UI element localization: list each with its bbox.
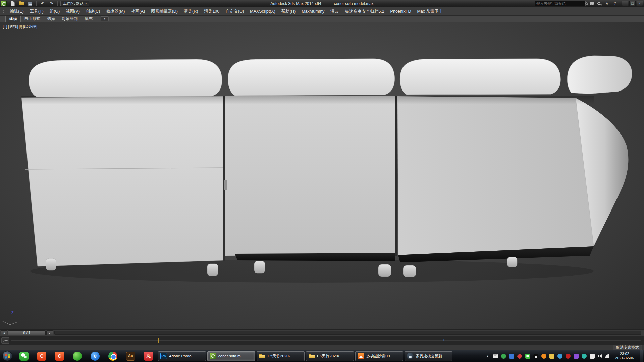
search-input[interactable] [535, 1, 585, 5]
menu-rendering[interactable]: 渲染(R) [181, 7, 201, 15]
tab-modeling[interactable]: 建模 [5, 16, 21, 22]
taskbar-button-explorer-1[interactable]: E:\天竹2020\... [257, 351, 305, 361]
viewport-canvas[interactable]: Z [0, 22, 644, 330]
volume-icon[interactable] [599, 354, 602, 358]
app-c2-taskbar-icon[interactable]: C [55, 352, 64, 361]
title-bar: ↶ ↷ 工作区: 默认 ▾ Autodesk 3ds Max 2014 x64 … [0, 0, 644, 7]
time-slider-handle[interactable]: 0 / 1 [8, 330, 46, 335]
chrome-taskbar-icon[interactable] [108, 352, 117, 361]
menu-create[interactable]: 创建(C) [83, 7, 103, 15]
menu-tools[interactable]: 工具(T) [27, 7, 47, 15]
next-frame-button[interactable]: ► [46, 330, 53, 335]
max-app-button-icon[interactable] [1, 1, 7, 6]
clock-time: 23:02 [615, 352, 634, 356]
diamond-red-tray-icon[interactable] [517, 353, 523, 359]
cloud-tray-icon[interactable] [557, 354, 562, 359]
taskbar-button-explorer-2[interactable]: E:\天竹2020\... [306, 351, 354, 361]
audition-taskbar-icon[interactable]: Au [126, 352, 135, 361]
menu-antivirus[interactable]: Max 杀毒卫士 [414, 7, 446, 15]
workspace-selector[interactable]: 工作区: 默认 ▾ [60, 1, 89, 6]
sign-in-button[interactable] [596, 1, 602, 6]
qq-tray-icon[interactable] [533, 354, 538, 359]
minimize-icon: – [624, 1, 626, 5]
undo-button[interactable]: ↶ [39, 1, 46, 7]
teal-tray-icon[interactable] [582, 354, 587, 359]
search-go-button[interactable] [588, 1, 594, 6]
save-file-button[interactable] [27, 1, 34, 7]
e-glyph: e [94, 353, 97, 359]
document-title: coner sofa model.max [334, 1, 374, 6]
tab-freeform[interactable]: 自由形式 [21, 16, 44, 22]
wechat-tray-icon[interactable] [525, 354, 530, 359]
perspective-viewport[interactable]: Z [+] [透视] [明暗处理] [0, 22, 644, 329]
menu-rendercloud[interactable]: 渲云 [327, 7, 342, 15]
menu-edit[interactable]: 编辑(E) [7, 7, 27, 15]
blue-browser-taskbar-icon[interactable]: e [91, 352, 100, 361]
favorites-button[interactable]: ★ [604, 1, 610, 6]
app-c1-taskbar-icon[interactable]: C [37, 352, 46, 361]
viewport-pov-menu[interactable]: [透视] [8, 24, 18, 30]
search-icon[interactable] [585, 2, 588, 5]
menu-phoenixfd[interactable]: PhoenixFD [387, 7, 414, 15]
track-bar[interactable]: 1 [0, 336, 644, 345]
new-file-icon [11, 1, 15, 6]
tab-populate[interactable]: 填充 [81, 16, 96, 22]
red-tray-icon[interactable] [566, 354, 571, 359]
show-hidden-icons-button[interactable]: ▲ [485, 355, 490, 358]
purple-tray-icon[interactable] [574, 354, 579, 359]
menu-group[interactable]: 组(G) [47, 7, 63, 15]
taskbar-button-photoshop[interactable]: Ps Adobe Photo... [158, 351, 206, 361]
network-icon[interactable] [605, 354, 609, 358]
orange-tray-icon[interactable] [541, 354, 546, 359]
open-file-button[interactable] [18, 1, 25, 7]
maximize-button[interactable]: □ [629, 1, 636, 6]
close-button[interactable]: × [637, 1, 643, 6]
mail-tray-icon[interactable] [493, 354, 498, 358]
sofa-model[interactable] [21, 56, 632, 283]
menu-render100[interactable]: 渲染100 [201, 7, 222, 15]
shield-yellow-tray-icon[interactable] [549, 354, 554, 359]
mini-curve-editor-button[interactable] [1, 337, 9, 344]
axis-z-label: Z [11, 311, 14, 315]
redo-button[interactable]: ↷ [48, 1, 55, 7]
world-axis-tripod: Z [3, 311, 17, 325]
time-slider-groove[interactable] [54, 331, 641, 335]
green-browser-taskbar-icon[interactable] [73, 352, 82, 361]
tab-object-paint[interactable]: 对象绘制 [58, 16, 81, 22]
menu-help[interactable]: 帮助(H) [278, 7, 299, 15]
menu-animation[interactable]: 动画(A) [128, 7, 148, 15]
taskbar-button-image-viewer[interactable]: 多功能沙发09 ... [355, 351, 403, 361]
status-bar: 取消专家模式 [0, 345, 644, 350]
taskbar-button-3dsmax[interactable]: coner sofa m... [207, 351, 255, 361]
security-green-tray-icon[interactable] [501, 354, 506, 359]
menu-slim-archive[interactable]: 极速瘦身安全归档5.2 [342, 7, 387, 15]
menu-modifiers[interactable]: 修改器(M) [103, 7, 128, 15]
menu-customize[interactable]: 自定义(U) [222, 7, 247, 15]
wan-app-taskbar-icon[interactable]: 丸 [144, 352, 153, 361]
help-button[interactable]: ? [612, 1, 618, 6]
cancel-expert-mode-button[interactable]: 取消专家模式 [613, 345, 642, 350]
menu-graph-editors[interactable]: 图形编辑器(D) [148, 7, 181, 15]
taskbar-clock[interactable]: 23:02 2021-02-06 [612, 352, 637, 360]
viewport-shading-menu[interactable]: [明暗处理] [19, 24, 37, 30]
menu-maxscript[interactable]: MAXScript(X) [247, 7, 278, 15]
current-frame-marker[interactable] [158, 338, 159, 343]
tab-selection[interactable]: 选择 [44, 16, 58, 22]
ribbon-collapse-button[interactable]: ▾ [101, 16, 109, 21]
minimize-button[interactable]: – [622, 1, 628, 6]
show-desktop-button[interactable] [640, 350, 643, 362]
undo-icon: ↶ [41, 1, 45, 6]
3dsmax-icon [210, 353, 216, 359]
taskbar-button-qq-group[interactable]: 家具建模交流群 [405, 351, 452, 361]
previous-frame-button[interactable]: ◄ [1, 330, 7, 335]
wechat-taskbar-icon[interactable] [19, 352, 29, 361]
chevron-down-icon: ▾ [104, 17, 105, 20]
viewport-general-menu[interactable]: [+] [3, 24, 7, 30]
netdisk-tray-icon[interactable] [509, 354, 514, 359]
menu-views[interactable]: 视图(V) [63, 7, 83, 15]
menu-maxmummy[interactable]: MaxMummy [299, 7, 327, 15]
new-file-button[interactable] [9, 1, 16, 7]
ime-tray-icon[interactable] [590, 354, 595, 359]
start-button[interactable] [2, 351, 12, 361]
menu-bar: 编辑(E) 工具(T) 组(G) 视图(V) 创建(C) 修改器(M) 动画(A… [0, 7, 644, 16]
